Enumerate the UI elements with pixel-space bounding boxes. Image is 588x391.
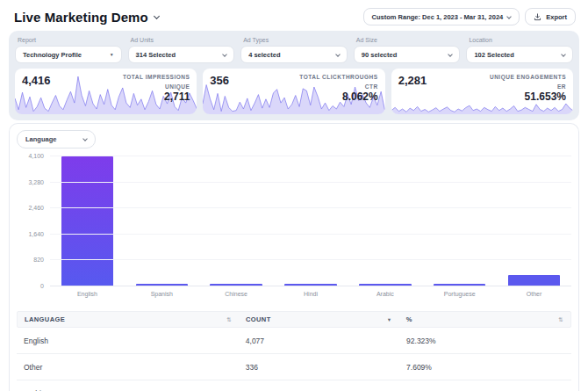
- column-header-percent[interactable]: % ⇅: [399, 312, 570, 327]
- cell-language: Other: [17, 354, 239, 380]
- filter-group-ad-types: Ad Types4 selected: [240, 36, 348, 63]
- kpi-row: 4,416TOTAL IMPRESSIONSUNIQUE2,711356TOTA…: [15, 69, 573, 114]
- bar-english[interactable]: [61, 156, 113, 286]
- x-tick-label: Other: [497, 291, 571, 297]
- date-range-label: Custom Range: Dec 1, 2023 - Mar 31, 2024: [372, 13, 504, 21]
- filter-group-ad-units: Ad Units314 Selected: [128, 36, 235, 63]
- report-title-dropdown[interactable]: Live Marketing Demo: [14, 10, 159, 25]
- column-label: COUNT: [246, 315, 271, 323]
- x-tick-label: Portuguese: [422, 291, 497, 297]
- kpi-label: UNIQUE ENGAGEMENTS: [490, 74, 566, 80]
- kpi-label: TOTAL IMPRESSIONS: [123, 74, 190, 80]
- y-axis: 4,1003,2802,4601,6408200: [17, 156, 50, 286]
- filter-bar: ReportTechnology Profile▼Ad Units314 Sel…: [15, 36, 573, 63]
- export-button[interactable]: Export: [525, 8, 576, 25]
- cell-count: 336: [239, 354, 399, 380]
- kpi-label: TOTAL CLICKTHROUGHS: [299, 74, 377, 80]
- language-table: LANGUAGE ⇅ COUNT ▼ % ⇅ English4,07792.32…: [17, 311, 571, 391]
- column-label: %: [406, 315, 412, 323]
- x-axis-labels: EnglishSpanishChineseHindiArabicPortugue…: [50, 286, 571, 297]
- filter-label: Ad Types: [243, 37, 348, 43]
- bar-chart: 4,1003,2802,4601,6408200: [17, 156, 571, 286]
- filter-select[interactable]: 90 selected: [354, 46, 461, 63]
- filter-select[interactable]: 314 Selected: [128, 46, 235, 63]
- y-tick-label: 3,280: [28, 178, 44, 185]
- x-tick-label: English: [50, 291, 125, 297]
- filter-label: Location: [469, 37, 573, 43]
- page-title: Live Marketing Demo: [14, 10, 148, 25]
- kpi-value: 4,416: [22, 74, 51, 103]
- sort-desc-icon: ▼: [387, 317, 392, 322]
- filter-value: 314 Selected: [136, 51, 176, 59]
- sort-icon: ⇅: [226, 316, 232, 323]
- filter-value: 90 selected: [362, 51, 397, 59]
- date-range-button[interactable]: Custom Range: Dec 1, 2023 - Mar 31, 2024: [363, 8, 520, 25]
- cell-count: 4,077: [239, 328, 399, 353]
- chevron-down-icon: [82, 136, 88, 141]
- cell-percent: 92.323%: [399, 328, 571, 353]
- cell-percent: 7.609%: [399, 354, 571, 380]
- download-icon: [534, 13, 541, 21]
- table-row: Other3367.609%: [17, 354, 571, 380]
- triangle-down-icon: ▼: [110, 52, 114, 57]
- y-tick-label: 2,460: [28, 205, 44, 211]
- gridline: [50, 286, 571, 286]
- x-tick-label: Spanish: [125, 291, 199, 297]
- gridline: [50, 207, 571, 208]
- gridline: [50, 259, 571, 260]
- bar-slot: [497, 275, 571, 286]
- export-label: Export: [546, 13, 567, 21]
- gridline: [50, 156, 571, 156]
- kpi-sub-value: 8.062%: [299, 91, 377, 103]
- column-header-count[interactable]: COUNT ▼: [239, 312, 399, 327]
- chevron-down-icon: [448, 52, 454, 57]
- filter-label: Report: [18, 37, 122, 43]
- filter-value: 102 Selected: [474, 51, 513, 59]
- table-body: English4,07792.323%Other3367.609%Arabic1…: [17, 328, 571, 391]
- x-tick-label: Hindi: [274, 291, 348, 297]
- column-label: LANGUAGE: [25, 315, 65, 323]
- chevron-down-icon: [335, 52, 341, 57]
- cell-language: Arabic: [17, 380, 239, 391]
- gridline: [50, 234, 571, 235]
- sort-icon: ⇅: [558, 316, 563, 323]
- kpi-value: 356: [210, 74, 229, 103]
- top-bar: Live Marketing Demo Custom Range: Dec 1,…: [0, 0, 588, 27]
- chevron-down-icon: [506, 14, 512, 19]
- y-tick-label: 0: [40, 283, 44, 289]
- cell-percent: 0.023%: [399, 380, 571, 391]
- kpi-card: 2,281UNIQUE ENGAGEMENTSER51.653%: [391, 69, 573, 114]
- table-row: Arabic10.023%: [17, 380, 571, 391]
- chevron-down-icon: [222, 52, 227, 57]
- kpi-card: 4,416TOTAL IMPRESSIONSUNIQUE2,711: [15, 69, 197, 114]
- kpi-sub-label: UNIQUE: [123, 83, 190, 90]
- kpi-sub-value: 2,711: [123, 91, 190, 103]
- kpi-sub-label: ER: [490, 83, 566, 90]
- filter-select[interactable]: 102 Selected: [466, 46, 573, 63]
- cell-language: English: [17, 328, 239, 353]
- y-tick-label: 820: [33, 257, 44, 263]
- table-row: English4,07792.323%: [17, 328, 571, 354]
- filter-group-location: Location102 Selected: [466, 36, 573, 63]
- breakdown-card: Language 4,1003,2802,4601,6408200 Englis…: [9, 123, 579, 391]
- dimension-select[interactable]: Language: [17, 130, 96, 148]
- chevron-down-icon: [561, 52, 566, 57]
- bar-other[interactable]: [508, 275, 560, 286]
- bar-slot: [50, 156, 125, 286]
- filter-select[interactable]: 4 selected: [240, 46, 348, 63]
- filter-value: 4 selected: [248, 51, 280, 59]
- filters-kpi-panel: ReportTechnology Profile▼Ad Units314 Sel…: [9, 31, 579, 120]
- column-header-language[interactable]: LANGUAGE ⇅: [18, 312, 239, 327]
- x-tick-label: Chinese: [199, 291, 274, 297]
- filter-group-report: ReportTechnology Profile▼: [15, 36, 122, 63]
- kpi-value: 2,281: [398, 74, 427, 103]
- y-tick-label: 1,640: [28, 230, 44, 236]
- kpi-card: 356TOTAL CLICKTHROUGHSCTR8.062%: [203, 69, 384, 114]
- kpi-sub-value: 51.653%: [490, 91, 566, 103]
- kpi-sub-label: CTR: [299, 83, 377, 90]
- filter-select[interactable]: Technology Profile▼: [15, 46, 122, 63]
- filter-value: Technology Profile: [23, 51, 82, 59]
- x-tick-label: Arabic: [348, 291, 422, 297]
- filter-label: Ad Units: [131, 37, 235, 43]
- chevron-down-icon: [154, 12, 160, 18]
